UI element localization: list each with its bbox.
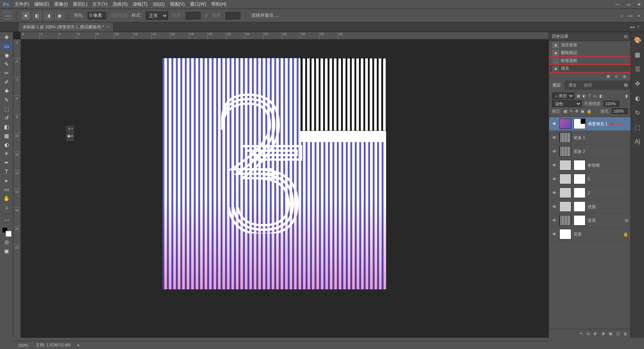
history-new-icon[interactable]: ◎ [615, 74, 618, 79]
libraries-panel-icon[interactable]: ☰ [635, 66, 640, 73]
brush-tool[interactable]: ✎ [2, 96, 12, 104]
history-item[interactable]: ▦删除图层 [549, 49, 631, 57]
refresh-panel-icon[interactable]: ↻ [635, 109, 640, 116]
floating-panel[interactable]: ◂× ◉≡ [66, 125, 75, 142]
history-snapshot-icon[interactable]: ▣ [606, 74, 610, 79]
document-tab[interactable]: 未标题-1 @ 100% (渐变填充 1, 图层蒙版/8) * × [18, 22, 114, 32]
visibility-icon[interactable]: 👁 [551, 204, 557, 209]
opacity-input[interactable] [604, 101, 619, 107]
layer-fx-icon[interactable]: fx [587, 331, 590, 336]
lock-all-icon[interactable]: 🔒 [587, 109, 592, 114]
visibility-icon[interactable]: 👁 [551, 232, 557, 236]
tab-close-icon[interactable]: × [106, 24, 108, 30]
filter-type-icon[interactable]: T [588, 94, 591, 98]
collapse-icon[interactable]: ◂◂ [630, 25, 634, 29]
layers-menu-icon[interactable]: ▤ [621, 81, 631, 90]
layer-filter-kind[interactable]: ⌕ 类型 [552, 92, 574, 99]
history-item[interactable]: ▦填充 [549, 65, 631, 72]
layer-item[interactable]: 👁连接 [549, 200, 631, 214]
style-select[interactable]: 正常 [146, 12, 168, 20]
layer-item[interactable]: 👁竖条 1 [549, 131, 631, 145]
zoom-level[interactable]: 100% [18, 343, 28, 348]
color-panel-icon[interactable]: 🎨 [634, 37, 641, 44]
filter-adjust-icon[interactable]: ◐ [583, 94, 586, 98]
menu-edit[interactable]: 编辑(E) [34, 1, 49, 7]
edit-toolbar[interactable]: ⋯ [2, 217, 12, 224]
tool-preset-icon[interactable]: ▭ [4, 12, 11, 19]
fx-icon[interactable]: fx [625, 218, 628, 223]
tab-paths[interactable]: 路径 [580, 81, 596, 90]
search-icon[interactable]: ⌕ [621, 13, 623, 18]
window-close-icon[interactable]: ✕ [637, 2, 641, 7]
filter-smart-icon[interactable]: ◧ [599, 94, 603, 98]
visibility-icon[interactable]: 👁 [551, 218, 557, 223]
filter-image-icon[interactable]: ▦ [577, 94, 580, 98]
eraser-tool[interactable]: ◧ [2, 123, 12, 131]
doc-size[interactable]: 文档: 1.82M/10.4M [36, 342, 70, 348]
delete-layer-icon[interactable]: 🗑 [624, 331, 628, 336]
lasso-tool[interactable]: ◉ [2, 51, 12, 59]
menu-image[interactable]: 图像(I) [54, 1, 67, 7]
history-menu-icon[interactable]: ▤ [624, 34, 628, 39]
gradient-tool[interactable]: ▦ [2, 132, 12, 139]
character-panel-icon[interactable]: A| [635, 138, 640, 145]
color-swatches[interactable] [2, 227, 12, 237]
new-group-icon[interactable]: ▣ [609, 331, 612, 336]
lock-position-icon[interactable]: ✥ [575, 109, 578, 114]
feather-input[interactable] [88, 12, 106, 19]
layer-item[interactable]: 👁2 [549, 186, 631, 200]
styles-panel-icon[interactable]: ◐ [635, 95, 640, 102]
blur-tool[interactable]: ◐ [2, 141, 12, 148]
visibility-icon[interactable]: 👁 [551, 135, 557, 140]
history-item[interactable]: ▢矩形选框 [549, 57, 631, 65]
zoom-tool[interactable]: ⌕ [2, 204, 12, 211]
workspace-icon[interactable]: ▭ [628, 13, 632, 18]
menu-3d[interactable]: 3D(D) [153, 2, 165, 7]
window-minimize-icon[interactable]: — [615, 2, 620, 7]
canvas-area[interactable]: 0246810121416182022242628303234 02468101… [13, 32, 549, 338]
layer-item[interactable]: 👁渐变填充 1◂—— [549, 117, 631, 131]
window-restore-icon[interactable]: ▭ [626, 2, 631, 7]
move-tool[interactable]: ✥ [2, 34, 12, 41]
menu-window[interactable]: 窗口(W) [190, 1, 206, 7]
fill-input[interactable] [612, 108, 628, 114]
canvas[interactable] [162, 58, 386, 289]
history-brush-tool[interactable]: ↺ [2, 114, 12, 122]
menu-view[interactable]: 视图(V) [170, 1, 185, 7]
visibility-icon[interactable]: 👁 [551, 122, 557, 126]
subtract-selection-icon[interactable]: ◨ [44, 12, 52, 19]
filter-shape-icon[interactable]: ▭ [593, 94, 597, 98]
add-selection-icon[interactable]: ◧ [33, 12, 41, 19]
menu-file[interactable]: 文件(F) [15, 1, 29, 7]
lock-artboard-icon[interactable]: ▣ [581, 109, 584, 114]
marquee-tool[interactable]: ▭ [2, 43, 12, 50]
stamp-tool[interactable]: ⬚ [2, 105, 12, 113]
layer-item[interactable]: 👁5 [549, 172, 631, 186]
layer-item[interactable]: 👁背景🔒 [549, 227, 631, 241]
filter-toggle-icon[interactable]: ▮ [625, 94, 628, 98]
history-item[interactable]: ▦混合更改 [549, 41, 631, 49]
layer-item[interactable]: 👁背景fx [549, 214, 631, 227]
menu-help[interactable]: 帮助(H) [211, 1, 227, 7]
healing-tool[interactable]: ✚ [2, 87, 12, 95]
blend-mode-select[interactable]: 滤色 [552, 100, 582, 107]
hand-tool[interactable]: ✋ [2, 195, 12, 202]
visibility-icon[interactable]: 👁 [551, 149, 557, 154]
type-tool[interactable]: T [2, 168, 12, 175]
new-layer-icon[interactable]: ◫ [616, 331, 620, 336]
layer-mask-icon[interactable]: ◐ [594, 331, 597, 336]
layer-item[interactable]: 👁矩形框 [549, 158, 631, 172]
dodge-tool[interactable]: ☀ [2, 150, 12, 157]
tab-channels[interactable]: 通道 [565, 81, 580, 90]
screenmode-tool[interactable]: ▣ [2, 247, 12, 255]
menu-layer[interactable]: 图层(L) [73, 1, 88, 7]
history-delete-icon[interactable]: 🗑 [623, 74, 627, 79]
link-layers-icon[interactable]: ⚭ [580, 331, 583, 336]
adjustments-panel-icon[interactable]: ✜ [635, 80, 640, 87]
intersect-selection-icon[interactable]: ▣ [56, 12, 63, 19]
swatches-panel-icon[interactable]: ▦ [635, 51, 640, 58]
menu-type[interactable]: 文字(Y) [92, 1, 107, 7]
panel-menu-icon[interactable]: » [638, 13, 640, 18]
close-group-icon[interactable]: × [637, 25, 640, 29]
rectangle-tool[interactable]: ▭ [2, 186, 12, 193]
